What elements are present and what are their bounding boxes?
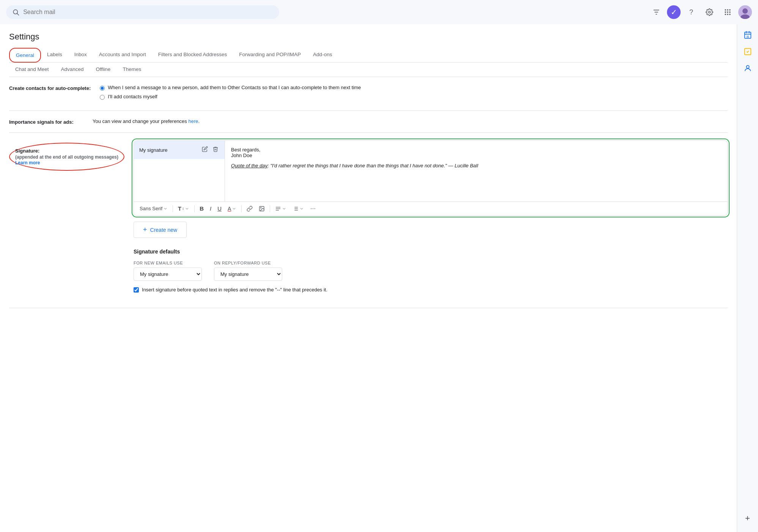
chevron-down-icon-4 <box>282 206 286 211</box>
calendar-sidebar-icon[interactable]: 31 <box>740 27 755 42</box>
align-btn[interactable] <box>273 205 288 213</box>
sig-edit-btn[interactable] <box>201 145 209 154</box>
italic-btn[interactable]: I <box>208 204 213 213</box>
settings-btn[interactable] <box>702 5 717 20</box>
create-new-plus: + <box>143 226 147 234</box>
link-icon <box>247 206 253 212</box>
tab-offline[interactable]: Offline <box>90 63 117 77</box>
sig-list-item[interactable]: My signature <box>134 141 225 159</box>
sig-list: My signature <box>134 141 225 201</box>
chevron-down-icon-5 <box>299 206 304 211</box>
sig-list-icons <box>201 145 219 154</box>
signature-defaults: Signature defaults FOR NEW EMAILS USE My… <box>134 241 728 300</box>
apps-icon <box>724 8 731 16</box>
tab-accounts-import[interactable]: Accounts and Import <box>93 48 152 63</box>
sig-delete-btn[interactable] <box>212 145 219 154</box>
tasks-sidebar-icon[interactable] <box>740 44 755 59</box>
sig-defaults-new-emails-label: FOR NEW EMAILS USE <box>134 261 202 265</box>
add-widget-btn[interactable]: + <box>740 511 755 526</box>
help-icon: ? <box>689 8 693 16</box>
toolbar-sep-2 <box>194 205 195 212</box>
search-bar[interactable] <box>6 5 279 19</box>
tab-filters-blocked[interactable]: Filters and Blocked Addresses <box>152 48 233 63</box>
search-input[interactable] <box>23 9 273 16</box>
calendar-icon: 31 <box>744 31 752 39</box>
sig-insert-label: Insert signature before quoted text in r… <box>142 287 327 293</box>
radio-auto: When I send a message to a new person, a… <box>100 85 728 91</box>
filter-icon-btn[interactable] <box>649 5 664 20</box>
sig-defaults-new-emails-select[interactable]: My signature <box>134 268 202 281</box>
svg-rect-10 <box>727 11 728 13</box>
contacts-sidebar-icon[interactable] <box>740 61 755 76</box>
signature-title: Signature: <box>15 148 118 154</box>
signature-label-circled: Signature: (appended at the end of all o… <box>9 143 124 171</box>
svg-rect-13 <box>727 14 728 15</box>
image-btn[interactable] <box>257 205 267 213</box>
radio-auto-label: When I send a message to a new person, a… <box>108 85 361 90</box>
settings-wrapper: Settings General Labels Inbox Accounts a… <box>0 24 737 532</box>
tab-inbox[interactable]: Inbox <box>68 48 93 63</box>
font-size-btn[interactable]: T↕ <box>176 204 191 213</box>
right-sidebar: 31 + <box>737 24 758 532</box>
sig-defaults-new-emails: FOR NEW EMAILS USE My signature <box>134 261 202 281</box>
tab-advanced[interactable]: Advanced <box>55 63 90 77</box>
settings-body: Create contacts for auto-complete: When … <box>0 77 737 308</box>
chevron-down-icon-3 <box>232 206 236 211</box>
tab-add-ons[interactable]: Add-ons <box>307 48 338 63</box>
settings-header: Settings General Labels Inbox Accounts a… <box>0 24 737 77</box>
check-circle-icon <box>744 47 752 56</box>
tabs-row2: Chat and Meet Advanced Offline Themes <box>9 63 728 77</box>
importance-content: You can view and change your preferences… <box>93 118 728 124</box>
tab-forwarding-pop[interactable]: Forwarding and POP/IMAP <box>233 48 307 63</box>
svg-point-31 <box>315 208 315 209</box>
more-btn[interactable] <box>308 205 318 213</box>
font-family-btn[interactable]: Sans Serif <box>138 205 170 212</box>
radio-manual-label: I'll add contacts myself <box>108 94 157 99</box>
svg-rect-12 <box>725 14 726 15</box>
learn-more-link[interactable]: Learn more <box>15 160 40 165</box>
importance-signals-row: Importance signals for ads: You can view… <box>9 111 728 133</box>
importance-label: Importance signals for ads: <box>9 118 93 125</box>
create-new-btn[interactable]: + Create new <box>134 222 187 238</box>
create-contacts-label: Create contacts for auto-complete: <box>9 85 100 91</box>
apps-btn[interactable] <box>720 5 735 20</box>
signature-sub: (appended at the end of all outgoing mes… <box>15 154 118 160</box>
toolbar-sep-1 <box>173 205 173 212</box>
svg-point-5 <box>709 11 711 13</box>
bold-btn[interactable]: B <box>198 204 206 213</box>
tab-labels[interactable]: Labels <box>41 48 68 63</box>
tab-chat-meet[interactable]: Chat and Meet <box>9 63 55 77</box>
radio-manual: I'll add contacts myself <box>100 94 728 100</box>
radio-auto-input[interactable] <box>100 86 105 91</box>
signature-content: My signature <box>134 140 728 300</box>
text-color-btn[interactable]: A <box>226 205 238 213</box>
sig-editor[interactable]: Best regards, John Doe Quote of the day:… <box>225 141 727 201</box>
tab-general[interactable]: General <box>9 48 41 63</box>
font-family-label: Sans Serif <box>140 206 162 211</box>
topbar: ✓ ? <box>0 0 758 24</box>
avatar[interactable] <box>738 5 752 19</box>
search-icon <box>12 8 19 16</box>
help-btn[interactable]: ? <box>684 5 699 20</box>
image-icon <box>259 206 265 212</box>
tasks-check-icon[interactable]: ✓ <box>667 5 681 19</box>
sig-toolbar: Sans Serif T↕ B <box>134 201 727 215</box>
svg-rect-8 <box>729 9 730 11</box>
svg-rect-14 <box>729 14 730 15</box>
link-btn[interactable] <box>245 205 255 213</box>
sig-text-main: Best regards, John Doe <box>231 147 721 158</box>
radio-manual-input[interactable] <box>100 95 105 100</box>
sig-insert-checkbox[interactable] <box>134 287 139 293</box>
tab-themes[interactable]: Themes <box>116 63 147 77</box>
sig-defaults-reply-select[interactable]: My signature <box>214 268 282 281</box>
importance-here-link[interactable]: here <box>188 118 198 124</box>
svg-point-16 <box>742 8 748 14</box>
underline-btn[interactable]: U <box>215 204 223 213</box>
gear-icon <box>706 8 713 16</box>
toolbar-sep-4 <box>270 205 270 212</box>
list-btn[interactable] <box>291 205 306 213</box>
sig-defaults-grid: FOR NEW EMAILS USE My signature ON REPLY… <box>134 261 728 281</box>
signature-label-col: Signature: (appended at the end of all o… <box>9 140 134 171</box>
svg-rect-6 <box>725 9 726 11</box>
chevron-down-icon-2 <box>185 206 189 211</box>
